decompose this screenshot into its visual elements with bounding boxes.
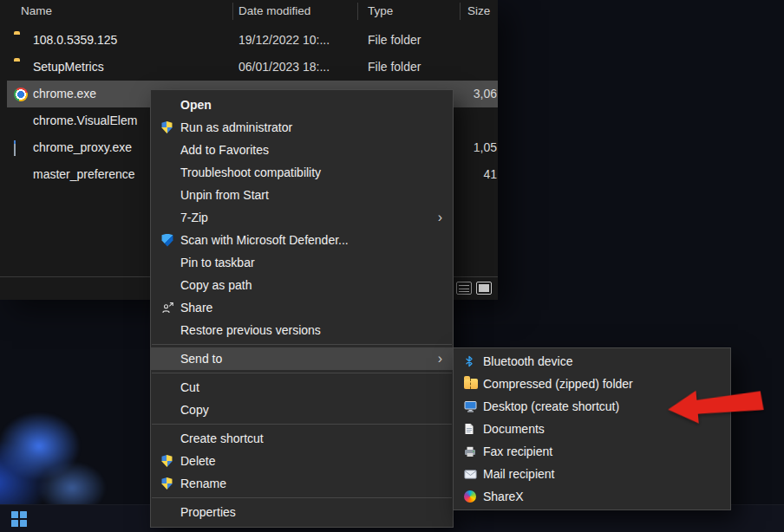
file-name: chrome_proxy.exe [33,140,132,154]
send-to-item-mail-recipient[interactable]: Mail recipient [454,463,730,485]
file-name: master_preference [33,167,135,181]
uac-shield-icon [161,121,173,133]
file-name: SetupMetrics [33,60,104,74]
context-menu-item-create-shortcut[interactable]: Create shortcut [151,427,453,450]
details-view-button[interactable] [456,282,472,295]
context-menu-item-7-zip[interactable]: 7-Zip › [151,206,453,229]
context-menu-item-open[interactable]: Open [151,94,453,116]
context-menu-item-troubleshoot-compatibility[interactable]: Troubleshoot compatibility [151,161,453,184]
context-menu-item-pin-to-taskbar[interactable]: Pin to taskbar [151,251,453,274]
column-header-size[interactable]: Size [467,4,490,17]
context-menu-item-cut[interactable]: Cut [151,376,453,399]
menu-icon-slot [161,302,180,315]
context-menu: Open Run as administrator Add to Favorit… [150,89,454,528]
menu-item-label: Share [180,301,212,315]
file-size: 3,06 [474,87,497,101]
red-arrow-annotation [661,375,769,436]
menu-icon-slot [161,477,180,490]
menu-item-label: Open [180,98,212,112]
menu-icon-slot [464,470,483,479]
menu-icon-slot [161,121,180,133]
file-name: 108.0.5359.125 [33,33,117,47]
view-toggle-buttons [456,282,492,295]
column-header-type[interactable]: Type [368,4,393,17]
context-menu-item-share[interactable]: Share [151,296,453,319]
mail-icon [464,470,477,479]
context-menu-item-copy-as-path[interactable]: Copy as path [151,274,453,296]
context-menu-item-properties[interactable]: Properties [151,501,453,523]
fax-icon [464,446,476,457]
menu-item-label: Scan with Microsoft Defender... [180,233,349,247]
column-header-name[interactable]: Name [21,4,52,17]
column-header-date-modified[interactable]: Date modified [238,4,310,17]
menu-separator [152,497,452,498]
menu-icon-slot [464,400,483,412]
menu-separator [152,424,452,425]
menu-item-label: Unpin from Start [180,188,269,202]
column-headers: Name Date modified Type Size [0,0,498,23]
context-menu-item-add-to-favorites[interactable]: Add to Favorites [151,139,453,161]
menu-icon-slot [464,355,483,367]
menu-item-label: Properties [180,505,236,519]
submenu-chevron-icon: › [438,352,442,366]
desktop: Name Date modified Type Size 108.0.5359.… [0,0,784,532]
menu-icon-slot [464,490,483,503]
context-menu-item-restore-previous-versions[interactable]: Restore previous versions [151,319,453,341]
uac-shield-icon [161,455,173,467]
menu-item-label: Rename [180,477,226,490]
column-divider[interactable] [357,3,358,20]
menu-item-label: Pin to taskbar [180,256,255,269]
column-divider[interactable] [232,3,233,20]
column-divider[interactable] [460,3,461,20]
context-menu-item-send-to[interactable]: Send to › [151,347,453,370]
menu-item-label: Create shortcut [180,431,264,445]
context-menu-item-run-as-administrator[interactable]: Run as administrator [151,116,453,139]
menu-item-label: Run as administrator [180,120,292,134]
menu-item-label: Delete [180,454,215,468]
send-to-item-bluetooth-device[interactable]: Bluetooth device [454,350,730,373]
file-name: chrome.VisualElem [33,114,137,127]
file-type: File folder [368,60,421,74]
menu-item-label: Send to [180,352,222,366]
send-to-item-sharex[interactable]: ShareX [454,485,730,508]
file-row-108-0-5359-125[interactable]: 108.0.5359.125 19/12/2022 10:... File fo… [0,27,498,54]
bluetooth-icon [464,355,474,367]
defender-shield-icon [161,234,173,247]
menu-icon-slot [464,423,483,435]
file-date-modified: 06/01/2023 18:... [238,60,330,74]
app-icon [14,140,16,156]
menu-item-label: Fax recipient [483,444,552,458]
menu-icon-slot [464,379,483,389]
context-menu-item-copy[interactable]: Copy [151,399,453,421]
context-menu-item-rename[interactable]: Rename [151,472,453,495]
windows-logo-icon [11,511,18,518]
file-row-setupmetrics[interactable]: SetupMetrics 06/01/2023 18:... File fold… [0,54,498,81]
sharex-icon [464,490,476,503]
menu-icon-slot [464,446,483,457]
context-menu-item-unpin-from-start[interactable]: Unpin from Start [151,184,453,206]
menu-separator [152,344,452,345]
menu-item-label: Cut [180,380,199,394]
file-name: chrome.exe [33,87,96,101]
file-size: 41 [483,167,497,181]
windows-logo-icon [20,511,27,518]
context-menu-item-delete[interactable]: Delete [151,450,453,472]
menu-item-label: Documents [483,422,545,436]
start-button[interactable] [11,511,27,527]
desktop-icon [464,400,477,412]
menu-item-label: Mail recipient [483,467,554,481]
zip-folder-icon [464,379,478,389]
chrome-icon [14,88,28,101]
menu-icon-slot [161,234,180,247]
menu-item-label: Copy as path [180,278,252,292]
menu-item-label: ShareX [483,490,524,503]
menu-item-label: Restore previous versions [180,323,321,337]
menu-separator [152,373,452,373]
windows-logo-icon [20,520,27,527]
file-type: File folder [368,33,421,47]
large-icons-view-button[interactable] [476,282,492,295]
menu-item-label: Desktop (create shortcut) [483,399,619,413]
windows-logo-icon [11,520,18,527]
context-menu-item-scan-with-microsoft-defender[interactable]: Scan with Microsoft Defender... [151,229,453,251]
send-to-item-fax-recipient[interactable]: Fax recipient [454,440,730,463]
